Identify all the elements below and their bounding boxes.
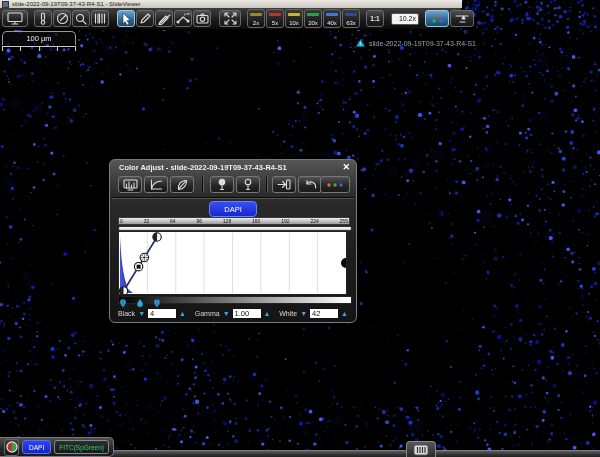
objective-10x-button[interactable]: 10x (285, 9, 303, 28)
objective-color-band (250, 13, 262, 16)
curve-panel (118, 231, 347, 295)
toolbar-divider (202, 177, 204, 192)
axis-tick: 128 (223, 218, 231, 225)
display-adjust-button[interactable] (450, 10, 474, 27)
slide-tray-tab[interactable] (406, 441, 436, 457)
level-controls: Black ▼ ▲ Gamma ▼ ▲ White ▼ ▲ (110, 306, 356, 321)
rgb-dots-icon (325, 181, 345, 189)
objective-label: 10x (286, 20, 302, 26)
colorize-button[interactable] (170, 176, 194, 193)
gradient-bar (118, 296, 352, 304)
black-point-picker-button[interactable] (210, 176, 234, 193)
color-adjust-title[interactable]: Color Adjust - slide-2022-09-19T09-37-43… (119, 163, 287, 172)
black-value-field[interactable] (147, 308, 177, 319)
objective-label: 2x (248, 20, 264, 26)
warning-triangle-icon: ! (356, 39, 365, 47)
axis-tick: 32 (144, 218, 150, 225)
channel-tab-dapi[interactable]: DAPI (209, 201, 257, 217)
measure-unit-label: µm (184, 11, 190, 16)
camera-icon (196, 13, 209, 24)
objective-label: 20x (305, 20, 321, 26)
objective-label: 63x (343, 20, 359, 26)
objective-color-band (269, 13, 281, 16)
window-titlebar[interactable]: slide-2022-09-19T09-37-43-R4-S1 - SlideV… (0, 0, 462, 8)
slideviewer-app: slide-2022-09-19T09-37-43-R4-S1 - SlideV… (0, 0, 600, 457)
barcode-icon (94, 13, 106, 24)
slider-icon (455, 13, 469, 24)
white-value-field[interactable] (309, 308, 339, 319)
objective-label: 5x (267, 20, 283, 26)
axis-tick: 192 (281, 218, 289, 225)
white-control: White ▼ ▲ (279, 308, 348, 319)
gamma-decrement-button[interactable]: ▼ (223, 309, 230, 319)
apply-to-all-button[interactable] (272, 176, 296, 193)
objective-color-band (288, 13, 300, 16)
app-icon (2, 1, 9, 8)
marker-icon (158, 13, 171, 25)
gamma-increment-button[interactable]: ▲ (264, 309, 271, 319)
gamma-value-field[interactable] (232, 308, 262, 319)
undo-arrow-icon (304, 179, 317, 190)
objective-40x-button[interactable]: 40x (323, 9, 341, 28)
objective-color-band (307, 13, 319, 16)
compass-icon (56, 12, 69, 25)
fullscreen-button[interactable] (219, 10, 241, 27)
black-point-dropper-icon (217, 178, 227, 191)
color-adjust-button[interactable] (425, 10, 449, 27)
monitor-icon (7, 12, 23, 25)
snapshot-button[interactable] (193, 10, 211, 27)
scalebar-ruler (2, 46, 76, 52)
black-increment-button[interactable]: ▲ (179, 309, 186, 319)
axis-tick: 64 (170, 218, 176, 225)
monitor-button[interactable] (2, 10, 28, 27)
histogram-panel-icon (123, 179, 138, 191)
axis-tick: 160 (252, 218, 260, 225)
color-adjust-dialog: Color Adjust - slide-2022-09-19T09-37-43… (109, 159, 357, 323)
white-increment-button[interactable]: ▲ (341, 309, 348, 319)
black-label: Black (118, 310, 135, 317)
curve-mode-button[interactable] (144, 176, 168, 193)
magnifier-tool-button[interactable] (72, 10, 90, 27)
objective-color-band (326, 13, 338, 16)
dialog-separator (112, 197, 354, 199)
lut-curve-plot[interactable] (119, 232, 346, 294)
composite-view-button[interactable] (4, 439, 19, 456)
slide-flag-label: slide-2022-09-19T09-37-43-R4-S1 (369, 40, 476, 47)
intensity-axis: 0 32 64 96 128 160 192 224 255 (118, 217, 350, 225)
gamma-label: Gamma (195, 310, 220, 317)
cursor-icon (121, 12, 132, 25)
axis-tick: 255 (340, 218, 348, 225)
annotation-pen-button[interactable] (136, 10, 154, 27)
rgb-channels-button[interactable] (320, 176, 350, 193)
histogram-view-button[interactable] (118, 176, 142, 193)
color-channels-icon (431, 13, 444, 24)
axis-tick: 0 (120, 218, 123, 225)
white-point-picker-button[interactable] (236, 176, 260, 193)
marker-tool-button[interactable] (155, 10, 173, 27)
channel-button-dapi[interactable]: DAPI (22, 440, 51, 454)
objective-5x-button[interactable]: 5x (266, 9, 284, 28)
white-decrement-button[interactable]: ▼ (300, 309, 307, 319)
objective-label: 40x (324, 20, 340, 26)
objective-63x-button[interactable]: 63x (342, 9, 360, 28)
apply-arrow-icon (277, 179, 291, 190)
white-point-dropper-icon (243, 178, 253, 191)
dialog-close-button[interactable]: ✕ (342, 161, 350, 173)
objective-2x-button[interactable]: 2x (247, 9, 265, 28)
magnifier-icon (75, 13, 87, 25)
scalebar: 100 µm (2, 31, 76, 52)
white-label: White (279, 310, 297, 317)
undo-button[interactable] (298, 176, 322, 193)
zoom-1-1-button[interactable]: 1:1 (366, 10, 384, 27)
zoom-level-field[interactable] (391, 13, 419, 25)
axis-tick: 224 (310, 218, 318, 225)
measure-tool-button[interactable]: µm (174, 10, 192, 27)
barcode-button[interactable] (91, 10, 109, 27)
channel-button-fitc[interactable]: FITC(SpGreen) (54, 440, 109, 454)
black-decrement-button[interactable]: ▼ (138, 309, 145, 319)
slide-flag: ! slide-2022-09-19T09-37-43-R4-S1 (356, 39, 476, 47)
objective-20x-button[interactable]: 20x (304, 9, 322, 28)
pointer-tool-button[interactable] (117, 10, 135, 27)
navigator-button[interactable] (53, 10, 71, 27)
slide-tool-button[interactable] (34, 10, 52, 27)
